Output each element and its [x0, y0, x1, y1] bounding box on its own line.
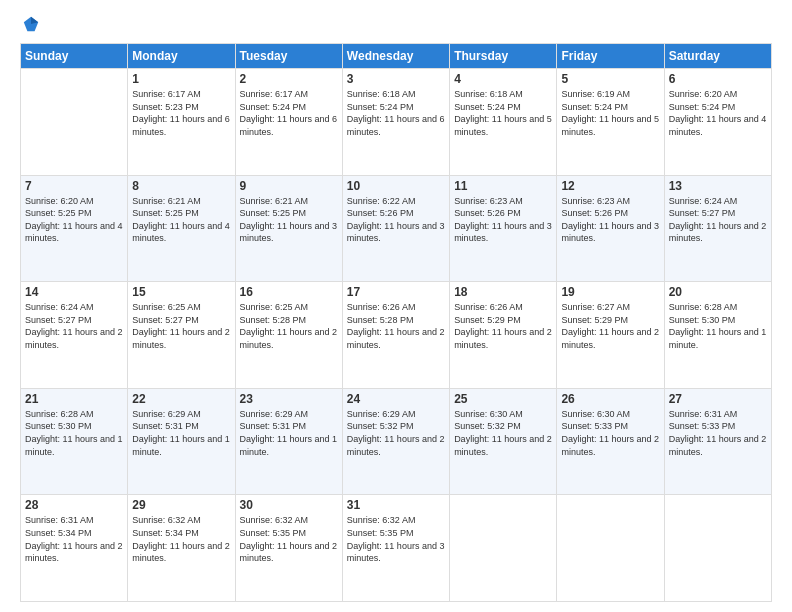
calendar-cell [557, 495, 664, 602]
calendar-cell: 30Sunrise: 6:32 AMSunset: 5:35 PMDayligh… [235, 495, 342, 602]
calendar-cell: 14Sunrise: 6:24 AMSunset: 5:27 PMDayligh… [21, 282, 128, 389]
day-info: Sunrise: 6:30 AMSunset: 5:33 PMDaylight:… [561, 408, 659, 458]
day-number: 22 [132, 392, 230, 406]
day-number: 4 [454, 72, 552, 86]
logo [20, 15, 40, 33]
calendar-week-2: 14Sunrise: 6:24 AMSunset: 5:27 PMDayligh… [21, 282, 772, 389]
day-info: Sunrise: 6:31 AMSunset: 5:33 PMDaylight:… [669, 408, 767, 458]
day-info: Sunrise: 6:18 AMSunset: 5:24 PMDaylight:… [347, 88, 445, 138]
day-number: 14 [25, 285, 123, 299]
day-info: Sunrise: 6:29 AMSunset: 5:32 PMDaylight:… [347, 408, 445, 458]
day-info: Sunrise: 6:17 AMSunset: 5:23 PMDaylight:… [132, 88, 230, 138]
weekday-header-wednesday: Wednesday [342, 44, 449, 69]
day-number: 31 [347, 498, 445, 512]
calendar-cell: 7Sunrise: 6:20 AMSunset: 5:25 PMDaylight… [21, 175, 128, 282]
day-info: Sunrise: 6:24 AMSunset: 5:27 PMDaylight:… [25, 301, 123, 351]
calendar-cell: 26Sunrise: 6:30 AMSunset: 5:33 PMDayligh… [557, 388, 664, 495]
day-info: Sunrise: 6:20 AMSunset: 5:25 PMDaylight:… [25, 195, 123, 245]
calendar-cell [21, 69, 128, 176]
day-number: 28 [25, 498, 123, 512]
day-number: 15 [132, 285, 230, 299]
day-number: 6 [669, 72, 767, 86]
day-info: Sunrise: 6:23 AMSunset: 5:26 PMDaylight:… [454, 195, 552, 245]
weekday-header-tuesday: Tuesday [235, 44, 342, 69]
day-info: Sunrise: 6:26 AMSunset: 5:28 PMDaylight:… [347, 301, 445, 351]
header [20, 15, 772, 33]
calendar-cell: 4Sunrise: 6:18 AMSunset: 5:24 PMDaylight… [450, 69, 557, 176]
day-number: 25 [454, 392, 552, 406]
calendar-cell: 11Sunrise: 6:23 AMSunset: 5:26 PMDayligh… [450, 175, 557, 282]
day-number: 5 [561, 72, 659, 86]
calendar-cell: 31Sunrise: 6:32 AMSunset: 5:35 PMDayligh… [342, 495, 449, 602]
day-number: 11 [454, 179, 552, 193]
weekday-header-saturday: Saturday [664, 44, 771, 69]
day-info: Sunrise: 6:27 AMSunset: 5:29 PMDaylight:… [561, 301, 659, 351]
calendar-body: 1Sunrise: 6:17 AMSunset: 5:23 PMDaylight… [21, 69, 772, 602]
day-info: Sunrise: 6:25 AMSunset: 5:27 PMDaylight:… [132, 301, 230, 351]
day-number: 8 [132, 179, 230, 193]
day-info: Sunrise: 6:28 AMSunset: 5:30 PMDaylight:… [25, 408, 123, 458]
day-number: 3 [347, 72, 445, 86]
day-info: Sunrise: 6:18 AMSunset: 5:24 PMDaylight:… [454, 88, 552, 138]
day-info: Sunrise: 6:31 AMSunset: 5:34 PMDaylight:… [25, 514, 123, 564]
day-info: Sunrise: 6:32 AMSunset: 5:34 PMDaylight:… [132, 514, 230, 564]
day-info: Sunrise: 6:24 AMSunset: 5:27 PMDaylight:… [669, 195, 767, 245]
day-info: Sunrise: 6:32 AMSunset: 5:35 PMDaylight:… [347, 514, 445, 564]
calendar-table: SundayMondayTuesdayWednesdayThursdayFrid… [20, 43, 772, 602]
weekday-header-sunday: Sunday [21, 44, 128, 69]
day-number: 1 [132, 72, 230, 86]
calendar-cell: 17Sunrise: 6:26 AMSunset: 5:28 PMDayligh… [342, 282, 449, 389]
page: SundayMondayTuesdayWednesdayThursdayFrid… [0, 0, 792, 612]
calendar-cell: 27Sunrise: 6:31 AMSunset: 5:33 PMDayligh… [664, 388, 771, 495]
day-number: 30 [240, 498, 338, 512]
day-number: 7 [25, 179, 123, 193]
calendar-cell: 8Sunrise: 6:21 AMSunset: 5:25 PMDaylight… [128, 175, 235, 282]
day-number: 9 [240, 179, 338, 193]
day-number: 10 [347, 179, 445, 193]
day-info: Sunrise: 6:32 AMSunset: 5:35 PMDaylight:… [240, 514, 338, 564]
calendar-cell: 15Sunrise: 6:25 AMSunset: 5:27 PMDayligh… [128, 282, 235, 389]
day-number: 17 [347, 285, 445, 299]
calendar-cell: 13Sunrise: 6:24 AMSunset: 5:27 PMDayligh… [664, 175, 771, 282]
day-info: Sunrise: 6:26 AMSunset: 5:29 PMDaylight:… [454, 301, 552, 351]
calendar-cell: 12Sunrise: 6:23 AMSunset: 5:26 PMDayligh… [557, 175, 664, 282]
calendar-cell: 29Sunrise: 6:32 AMSunset: 5:34 PMDayligh… [128, 495, 235, 602]
day-number: 18 [454, 285, 552, 299]
day-number: 20 [669, 285, 767, 299]
calendar-header: SundayMondayTuesdayWednesdayThursdayFrid… [21, 44, 772, 69]
calendar-cell [450, 495, 557, 602]
day-info: Sunrise: 6:22 AMSunset: 5:26 PMDaylight:… [347, 195, 445, 245]
calendar-cell: 2Sunrise: 6:17 AMSunset: 5:24 PMDaylight… [235, 69, 342, 176]
day-number: 21 [25, 392, 123, 406]
day-info: Sunrise: 6:20 AMSunset: 5:24 PMDaylight:… [669, 88, 767, 138]
day-info: Sunrise: 6:23 AMSunset: 5:26 PMDaylight:… [561, 195, 659, 245]
day-info: Sunrise: 6:21 AMSunset: 5:25 PMDaylight:… [132, 195, 230, 245]
calendar-cell: 23Sunrise: 6:29 AMSunset: 5:31 PMDayligh… [235, 388, 342, 495]
day-info: Sunrise: 6:19 AMSunset: 5:24 PMDaylight:… [561, 88, 659, 138]
calendar-cell: 20Sunrise: 6:28 AMSunset: 5:30 PMDayligh… [664, 282, 771, 389]
calendar-week-3: 21Sunrise: 6:28 AMSunset: 5:30 PMDayligh… [21, 388, 772, 495]
calendar-week-0: 1Sunrise: 6:17 AMSunset: 5:23 PMDaylight… [21, 69, 772, 176]
weekday-row: SundayMondayTuesdayWednesdayThursdayFrid… [21, 44, 772, 69]
calendar-cell: 10Sunrise: 6:22 AMSunset: 5:26 PMDayligh… [342, 175, 449, 282]
calendar-cell: 24Sunrise: 6:29 AMSunset: 5:32 PMDayligh… [342, 388, 449, 495]
day-number: 19 [561, 285, 659, 299]
calendar-cell: 16Sunrise: 6:25 AMSunset: 5:28 PMDayligh… [235, 282, 342, 389]
calendar-week-1: 7Sunrise: 6:20 AMSunset: 5:25 PMDaylight… [21, 175, 772, 282]
day-info: Sunrise: 6:29 AMSunset: 5:31 PMDaylight:… [132, 408, 230, 458]
calendar-week-4: 28Sunrise: 6:31 AMSunset: 5:34 PMDayligh… [21, 495, 772, 602]
calendar-cell: 5Sunrise: 6:19 AMSunset: 5:24 PMDaylight… [557, 69, 664, 176]
day-info: Sunrise: 6:25 AMSunset: 5:28 PMDaylight:… [240, 301, 338, 351]
day-number: 16 [240, 285, 338, 299]
day-number: 27 [669, 392, 767, 406]
weekday-header-monday: Monday [128, 44, 235, 69]
calendar-cell: 1Sunrise: 6:17 AMSunset: 5:23 PMDaylight… [128, 69, 235, 176]
day-info: Sunrise: 6:17 AMSunset: 5:24 PMDaylight:… [240, 88, 338, 138]
weekday-header-thursday: Thursday [450, 44, 557, 69]
calendar-cell: 28Sunrise: 6:31 AMSunset: 5:34 PMDayligh… [21, 495, 128, 602]
calendar-cell: 25Sunrise: 6:30 AMSunset: 5:32 PMDayligh… [450, 388, 557, 495]
calendar-cell: 18Sunrise: 6:26 AMSunset: 5:29 PMDayligh… [450, 282, 557, 389]
day-number: 26 [561, 392, 659, 406]
day-number: 29 [132, 498, 230, 512]
day-info: Sunrise: 6:29 AMSunset: 5:31 PMDaylight:… [240, 408, 338, 458]
